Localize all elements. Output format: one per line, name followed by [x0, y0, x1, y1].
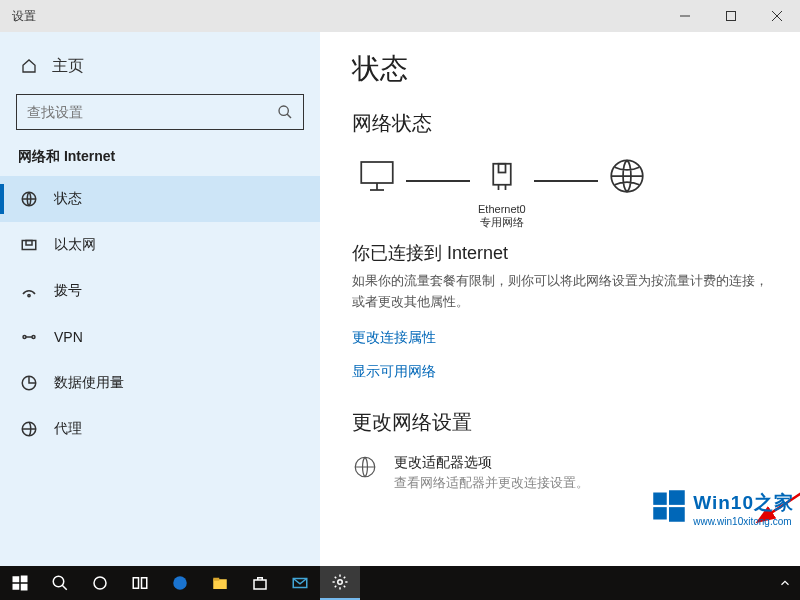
tray-chevron-up-icon[interactable] — [778, 576, 792, 590]
svg-point-4 — [279, 106, 288, 115]
taskbar — [0, 566, 800, 600]
home-label: 主页 — [52, 56, 84, 77]
status-icon — [20, 190, 38, 208]
sidebar-item-data-usage[interactable]: 数据使用量 — [0, 360, 320, 406]
globe-node — [606, 155, 648, 229]
svg-rect-28 — [669, 507, 685, 522]
sidebar-category: 网络和 Internet — [0, 142, 320, 176]
maximize-button[interactable] — [708, 0, 754, 32]
connected-title: 你已连接到 Internet — [352, 241, 768, 265]
pc-node — [356, 155, 398, 229]
content-area: 状态 网络状态 Ethernet0 专用网络 你已连接到 Internet 如果… — [320, 32, 800, 566]
diagram-line — [406, 180, 470, 182]
svg-rect-25 — [653, 493, 667, 505]
adapter-icon — [352, 454, 380, 482]
svg-rect-36 — [133, 578, 138, 589]
svg-point-10 — [23, 336, 26, 339]
show-networks-link[interactable]: 显示可用网络 — [352, 363, 768, 381]
taskbar-search-icon[interactable] — [40, 566, 80, 600]
sidebar-item-label: 拨号 — [54, 282, 82, 300]
device-label: Ethernet0 专用网络 — [478, 203, 526, 229]
svg-rect-19 — [498, 164, 505, 173]
minimize-button[interactable] — [662, 0, 708, 32]
page-title: 状态 — [352, 50, 768, 88]
watermark: Win10之家 www.win10xitong.com — [651, 488, 794, 528]
network-status-title: 网络状态 — [352, 110, 768, 137]
sidebar-item-label: 数据使用量 — [54, 374, 124, 392]
task-view-icon[interactable] — [120, 566, 160, 600]
device-node: Ethernet0 专用网络 — [478, 155, 526, 229]
proxy-icon — [20, 420, 38, 438]
svg-rect-1 — [727, 12, 736, 21]
sidebar-item-label: VPN — [54, 329, 83, 345]
svg-rect-18 — [493, 164, 511, 185]
change-properties-link[interactable]: 更改连接属性 — [352, 329, 768, 347]
svg-point-43 — [338, 580, 343, 585]
sidebar-item-label: 代理 — [54, 420, 82, 438]
globe-label — [625, 203, 628, 229]
sidebar-item-label: 以太网 — [54, 236, 96, 254]
watermark-title: Win10之家 — [693, 490, 794, 516]
svg-rect-29 — [13, 576, 20, 582]
svg-rect-37 — [142, 578, 147, 589]
vpn-icon — [20, 328, 38, 346]
search-input[interactable] — [27, 104, 277, 120]
mail-icon[interactable] — [280, 566, 320, 600]
svg-rect-15 — [361, 162, 393, 183]
data-usage-icon — [20, 374, 38, 392]
svg-rect-40 — [213, 578, 219, 581]
window-controls — [662, 0, 800, 32]
sidebar-item-label: 状态 — [54, 190, 82, 208]
change-settings-title: 更改网络设置 — [352, 409, 768, 436]
svg-rect-31 — [13, 584, 20, 590]
settings-taskbar-icon[interactable] — [320, 566, 360, 600]
window-title: 设置 — [0, 8, 36, 25]
svg-rect-32 — [21, 584, 28, 591]
home-icon — [20, 58, 38, 74]
svg-point-35 — [94, 577, 106, 589]
adapter-title: 更改适配器选项 — [394, 454, 589, 472]
pc-label — [375, 203, 378, 229]
network-diagram: Ethernet0 专用网络 — [352, 155, 768, 229]
cortana-icon[interactable] — [80, 566, 120, 600]
ethernet-icon — [20, 236, 38, 254]
adapter-desc: 查看网络适配器并更改连接设置。 — [394, 474, 589, 492]
search-icon — [277, 104, 293, 120]
sidebar-item-status[interactable]: 状态 — [0, 176, 320, 222]
sidebar-item-ethernet[interactable]: 以太网 — [0, 222, 320, 268]
adapter-options-row[interactable]: 更改适配器选项 查看网络适配器并更改连接设置。 — [352, 454, 768, 492]
connected-desc: 如果你的流量套餐有限制，则你可以将此网络设置为按流量计费的连接，或者更改其他属性… — [352, 271, 768, 313]
store-icon[interactable] — [240, 566, 280, 600]
svg-rect-27 — [653, 507, 667, 519]
sidebar: 主页 网络和 Internet 状态 以太网 拨号 VPN 数据使用量 — [0, 32, 320, 566]
system-tray[interactable] — [774, 576, 800, 590]
window-titlebar: 设置 — [0, 0, 800, 32]
svg-point-33 — [53, 576, 64, 587]
watermark-url: www.win10xitong.com — [693, 516, 794, 527]
svg-line-34 — [62, 585, 67, 590]
svg-point-9 — [28, 294, 30, 296]
explorer-icon[interactable] — [200, 566, 240, 600]
home-link[interactable]: 主页 — [0, 44, 320, 88]
svg-rect-8 — [26, 241, 32, 246]
sidebar-item-vpn[interactable]: VPN — [0, 314, 320, 360]
edge-icon[interactable] — [160, 566, 200, 600]
svg-point-11 — [32, 336, 35, 339]
svg-rect-26 — [669, 490, 685, 505]
diagram-line — [534, 180, 598, 182]
sidebar-item-dialup[interactable]: 拨号 — [0, 268, 320, 314]
sidebar-item-proxy[interactable]: 代理 — [0, 406, 320, 452]
dialup-icon — [20, 282, 38, 300]
start-button[interactable] — [0, 566, 40, 600]
svg-rect-30 — [21, 576, 28, 583]
main-area: 主页 网络和 Internet 状态 以太网 拨号 VPN 数据使用量 — [0, 32, 800, 566]
close-button[interactable] — [754, 0, 800, 32]
watermark-logo-icon — [651, 488, 687, 528]
svg-point-38 — [173, 576, 187, 590]
svg-line-5 — [287, 114, 291, 118]
svg-rect-41 — [254, 580, 266, 589]
search-box[interactable] — [16, 94, 304, 130]
